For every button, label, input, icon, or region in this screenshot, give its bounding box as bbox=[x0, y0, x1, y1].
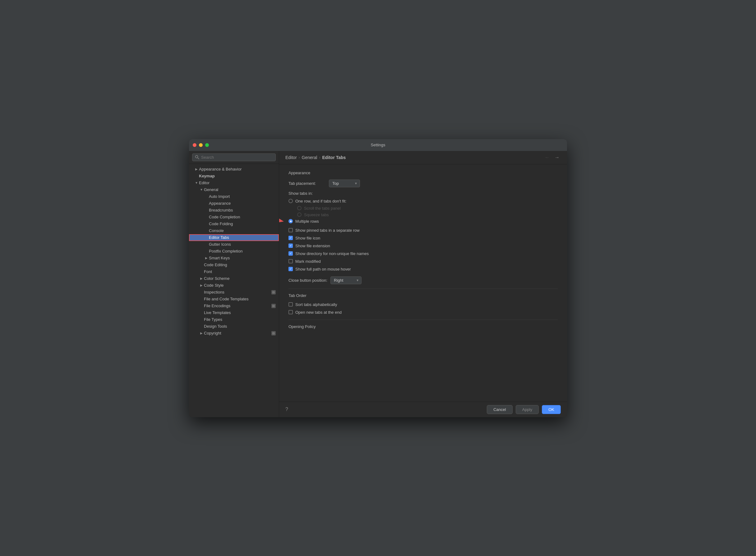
sidebar-item-live-templates[interactable]: Live Templates bbox=[189, 309, 279, 316]
sidebar-item-file-code-templates[interactable]: File and Code Templates bbox=[189, 296, 279, 303]
back-arrow[interactable]: ← bbox=[544, 154, 551, 161]
sidebar-item-design-tools[interactable]: Design Tools bbox=[189, 323, 279, 330]
checkbox-new-at-end-label: Open new tabs at the end bbox=[295, 310, 341, 315]
checkbox-file-icon-label: Show file icon bbox=[295, 236, 320, 240]
traffic-lights bbox=[193, 143, 209, 147]
sidebar-item-label: Editor bbox=[199, 180, 209, 185]
sidebar-item-label: General bbox=[204, 187, 218, 192]
checkbox-full-path-hover-box bbox=[289, 267, 293, 271]
tab-placement-select[interactable]: Top Bottom Left Right None bbox=[329, 179, 360, 187]
spacer bbox=[204, 249, 209, 254]
sidebar-item-file-types[interactable]: File Types bbox=[189, 316, 279, 323]
spacer bbox=[204, 215, 209, 219]
sidebar-item-label: Code Folding bbox=[209, 221, 233, 226]
radio-label-one-row: One row, and if tabs don't fit: bbox=[295, 199, 346, 204]
sidebar: ▶ Appearance & Behavior Keymap ▼ Editor … bbox=[189, 151, 279, 417]
svg-line-1 bbox=[198, 158, 199, 159]
radio-btn-scroll bbox=[297, 206, 301, 210]
search-wrap[interactable] bbox=[192, 153, 276, 161]
radio-squeeze-tabs[interactable]: Squeeze tabs bbox=[297, 212, 558, 217]
footer: ? Cancel Apply OK bbox=[279, 402, 567, 417]
checkbox-mark-modified-label: Mark modified bbox=[295, 259, 321, 264]
spacer bbox=[199, 317, 204, 322]
settings-window: Settings ▶ Appearance & Behavior bbox=[189, 139, 567, 417]
sidebar-item-postfix-completion[interactable]: Postfix Completion bbox=[189, 248, 279, 255]
checkbox-full-path-hover[interactable]: Show full path on mouse hover bbox=[289, 267, 558, 272]
main-panel: Editor › General › Editor Tabs ← → Appea… bbox=[279, 151, 567, 417]
radio-multiple-rows[interactable]: Multiple rows bbox=[289, 219, 319, 223]
sidebar-item-label: File Types bbox=[204, 317, 222, 322]
sidebar-item-code-editing[interactable]: Code Editing bbox=[189, 262, 279, 268]
chevron-icon: ▶ bbox=[199, 276, 204, 281]
maximize-button[interactable] bbox=[205, 143, 209, 147]
minimize-button[interactable] bbox=[199, 143, 203, 147]
sidebar-item-editor-tabs[interactable]: Editor Tabs bbox=[189, 234, 279, 241]
help-button[interactable]: ? bbox=[285, 407, 288, 412]
checkbox-full-path-hover-label: Show full path on mouse hover bbox=[295, 267, 351, 272]
sidebar-item-label: File and Code Templates bbox=[204, 297, 249, 301]
show-tabs-label: Show tabs in: bbox=[289, 191, 558, 196]
close-button-select[interactable]: Right Left None bbox=[330, 276, 362, 284]
close-button-select-wrap: Right Left None ▼ bbox=[330, 276, 362, 284]
cancel-button[interactable]: Cancel bbox=[487, 405, 512, 414]
divider-1 bbox=[289, 288, 558, 289]
sidebar-item-file-encodings[interactable]: File Encodings ⊟ bbox=[189, 303, 279, 309]
checkbox-pinned-tabs-box bbox=[289, 228, 293, 232]
sidebar-item-appearance[interactable]: Appearance bbox=[189, 200, 279, 207]
sidebar-item-inspections[interactable]: Inspections ⊟ bbox=[189, 289, 279, 296]
spacer bbox=[199, 263, 204, 268]
chevron-icon: ▶ bbox=[199, 283, 204, 288]
sidebar-item-code-completion[interactable]: Code Completion bbox=[189, 214, 279, 220]
checkbox-pinned-tabs[interactable]: Show pinned tabs in a separate row bbox=[289, 228, 558, 233]
sidebar-item-console[interactable]: Console bbox=[189, 228, 279, 234]
radio-btn-multiple-rows bbox=[289, 219, 293, 223]
sidebar-item-appearance-behavior[interactable]: ▶ Appearance & Behavior bbox=[189, 166, 279, 173]
sidebar-item-copyright[interactable]: ▶ Copyright ⊟ bbox=[189, 330, 279, 337]
breadcrumb-sep-2: › bbox=[319, 155, 320, 160]
close-button[interactable] bbox=[193, 143, 196, 147]
sidebar-item-font[interactable]: Font bbox=[189, 268, 279, 275]
sidebar-item-code-style[interactable]: ▶ Code Style bbox=[189, 282, 279, 289]
forward-arrow[interactable]: → bbox=[553, 154, 561, 161]
sidebar-item-label: Font bbox=[204, 269, 212, 274]
sidebar-item-smart-keys[interactable]: ▶ Smart Keys bbox=[189, 255, 279, 262]
chevron-icon: ▶ bbox=[194, 167, 199, 172]
spacer bbox=[204, 228, 209, 233]
ok-button[interactable]: OK bbox=[542, 405, 561, 414]
checkbox-file-extension-box bbox=[289, 244, 293, 248]
search-icon bbox=[195, 155, 199, 159]
spacer bbox=[204, 221, 209, 227]
apply-button[interactable]: Apply bbox=[516, 405, 539, 414]
checkbox-file-extension[interactable]: Show file extension bbox=[289, 244, 558, 248]
footer-buttons: Cancel Apply OK bbox=[487, 405, 561, 414]
radio-scroll-tabs[interactable]: Scroll the tabs panel bbox=[297, 206, 558, 211]
checkbox-directory-nonunique[interactable]: Show directory for non-unique file names bbox=[289, 251, 558, 256]
settings-tree: ▶ Appearance & Behavior Keymap ▼ Editor … bbox=[189, 164, 279, 417]
checkbox-file-icon[interactable]: Show file icon bbox=[289, 236, 558, 240]
chevron-icon: ▶ bbox=[199, 331, 204, 336]
radio-one-row[interactable]: One row, and if tabs don't fit: bbox=[289, 199, 558, 204]
sidebar-item-label: Design Tools bbox=[204, 324, 227, 328]
spacer bbox=[204, 242, 209, 247]
search-input[interactable] bbox=[201, 155, 273, 160]
sidebar-item-code-folding[interactable]: Code Folding bbox=[189, 220, 279, 228]
sidebar-item-general[interactable]: ▼ General bbox=[189, 186, 279, 193]
badge-icon: ⊟ bbox=[271, 290, 276, 294]
sidebar-item-color-scheme[interactable]: ▶ Color Scheme bbox=[189, 275, 279, 282]
sidebar-item-auto-import[interactable]: Auto Import bbox=[189, 193, 279, 200]
sidebar-item-label: Keymap bbox=[199, 174, 215, 178]
sidebar-item-gutter-icons[interactable]: Gutter Icons bbox=[189, 241, 279, 248]
sidebar-item-breadcrumbs[interactable]: Breadcrumbs bbox=[189, 207, 279, 214]
checkbox-new-at-end[interactable]: Open new tabs at the end bbox=[289, 310, 558, 315]
sidebar-item-keymap[interactable]: Keymap bbox=[189, 173, 279, 179]
window-title: Settings bbox=[371, 143, 386, 147]
checkbox-directory-nonunique-box bbox=[289, 251, 293, 256]
sidebar-item-label: Postfix Completion bbox=[209, 249, 242, 253]
checkbox-mark-modified[interactable]: Mark modified bbox=[289, 259, 558, 264]
spacer bbox=[204, 201, 209, 206]
sidebar-item-editor[interactable]: ▼ Editor bbox=[189, 179, 279, 186]
sidebar-item-label: Gutter Icons bbox=[209, 242, 231, 247]
checkbox-sort-alpha[interactable]: Sort tabs alphabetically bbox=[289, 302, 558, 307]
spacer bbox=[204, 194, 209, 199]
checkbox-sort-alpha-label: Sort tabs alphabetically bbox=[295, 302, 337, 307]
